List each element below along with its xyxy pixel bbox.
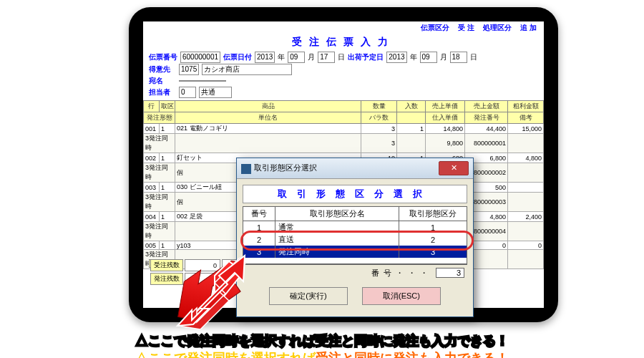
app-icon [241, 164, 251, 174]
caption-text: △ここで発注同時を選択すれば受注と同時に発注も入力できる！ △ここで発注同時を選… [0, 332, 644, 349]
order-remain-1: 0 [185, 259, 220, 271]
table-row[interactable]: 0011021 電動ノコギリ3114,80044,40015,000 [144, 124, 544, 134]
number-label: 番号・・・ [371, 268, 432, 277]
ship-date-d[interactable]: 18 [450, 52, 467, 63]
proc-class-label: 処理区分 [480, 23, 514, 33]
confirm-button[interactable]: 確定(実行) [269, 287, 348, 305]
list-item: 2直送2 [243, 233, 467, 246]
slip-class-value[interactable]: 受 注 [455, 23, 477, 33]
slip-class-label: 伝票区分 [418, 23, 452, 33]
rep-name: 共通 [199, 87, 232, 98]
proc-class-value[interactable]: 追 加 [517, 23, 540, 33]
top-toolbar: 伝票区分 受 注 処理区分 追 加 [143, 21, 544, 34]
po-remain-1: 0 [185, 273, 220, 285]
trade-type-dialog: 取引形態区分選択 ✕ 取引形態区分選択 番号取引形態区分名取引形態区分 1通常1… [236, 158, 474, 317]
dialog-window-title: 取引形態区分選択 [254, 163, 317, 172]
grid-header-1: 行取区商品数量入数売上単価売上金額粗利金額 [144, 101, 544, 112]
rep-label: 担当者 [149, 87, 176, 97]
grid-header-2: 発注形態単位名バラ数仕入単価発注番号備考 [144, 112, 544, 124]
order-remain-label: 受注残数 [150, 259, 183, 271]
ship-date-y[interactable]: 2013 [386, 52, 406, 63]
rep-code[interactable]: 0 [179, 87, 196, 98]
dialog-list[interactable]: 番号取引形態区分名取引形態区分 1通常1 2直送2 3発注同時3 [243, 206, 467, 264]
dest-input[interactable] [179, 80, 226, 82]
customer-label: 得意先 [149, 64, 176, 74]
dest-label: 宛名 [149, 76, 176, 86]
number-input[interactable]: 3 [436, 268, 464, 278]
slip-date-d[interactable]: 17 [318, 52, 335, 63]
slip-date-label: 伝票日付 [223, 52, 252, 62]
dialog-heading: 取引形態区分選択 [243, 185, 467, 203]
close-icon[interactable]: ✕ [439, 161, 469, 175]
dialog-footer: 番号・・・ 3 [243, 264, 467, 281]
page-title: 受注伝票入力 [143, 34, 544, 50]
header-fields: 伝票番号 600000001 伝票日付 2013年09月17日 出荷予定日 20… [143, 50, 544, 100]
ship-date-m[interactable]: 09 [420, 52, 437, 63]
list-item: 1通常1 [243, 221, 467, 234]
customer-code[interactable]: 1075 [179, 64, 199, 75]
customer-name[interactable]: カシオ商店 [202, 64, 292, 75]
table-row-sub[interactable]: 3発注同時39,800800000001 [144, 134, 544, 153]
dialog-titlebar[interactable]: 取引形態区分選択 ✕ [237, 158, 473, 179]
slip-date-m[interactable]: 09 [288, 52, 305, 63]
list-item-selected: 3発注同時3 [243, 246, 467, 258]
po-remain-label: 発注残数 [150, 273, 183, 285]
ship-date-label: 出荷予定日 [348, 52, 384, 62]
cancel-button[interactable]: 取消(ESC) [362, 287, 441, 305]
slip-no-label: 伝票番号 [149, 52, 177, 62]
slip-no-input[interactable]: 600000001 [180, 52, 220, 63]
slip-date-y[interactable]: 2013 [255, 52, 275, 63]
